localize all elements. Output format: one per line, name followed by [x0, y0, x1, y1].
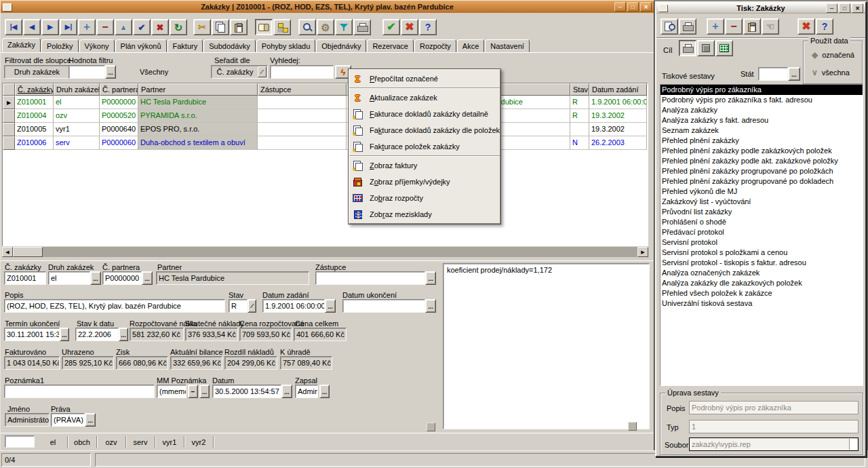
report-item[interactable]: Seznam zakázek	[660, 125, 863, 136]
delete-button[interactable]: −	[96, 19, 114, 35]
tab-Pohyby skladu[interactable]: Pohyby skladu	[256, 39, 316, 52]
report-item[interactable]: Servisní protokol	[660, 237, 863, 248]
cell[interactable]: P0000520	[100, 109, 138, 123]
partner-no-field[interactable]: P0000000	[102, 271, 142, 285]
row-selector[interactable]	[3, 109, 15, 123]
menu-item-5[interactable]: Fakturace položek zakázky	[349, 138, 500, 155]
print-titlebar[interactable]: Tisk: Zakázky ─ □ ✕	[656, 3, 865, 14]
tab-Rezervace[interactable]: Rezervace	[367, 39, 414, 52]
column-header-Partner[interactable]: Partner	[138, 83, 258, 96]
apply-button[interactable]: ☜	[762, 18, 779, 35]
column-header-Druh zakázek[interactable]: Druh zakázek	[54, 83, 100, 96]
nav-prior-button[interactable]: ◀	[23, 19, 41, 35]
state-field[interactable]: R	[229, 299, 248, 313]
cell[interactable]	[258, 109, 347, 123]
row-selector[interactable]	[3, 123, 15, 136]
cell[interactable]: Z010006	[15, 136, 54, 150]
cell[interactable]: Duha-obchod s textilem a obuví	[138, 136, 258, 150]
bottom-filter-input[interactable]	[5, 435, 35, 448]
print-button[interactable]	[679, 18, 696, 35]
menu-item-10[interactable]: Zobraz mezisklady	[349, 206, 500, 222]
report-item[interactable]: Servisní protokol - tiskopis s faktur. a…	[660, 258, 863, 268]
date-finished-ellipsis-button[interactable]: ...	[425, 299, 436, 313]
menu-item-9[interactable]: Zobraz rozpočty	[349, 190, 500, 206]
menu-item-2[interactable]: ΣAktualizace zakázek	[349, 90, 500, 106]
row-selector[interactable]: ▶	[3, 96, 15, 109]
recorded-by-field[interactable]: Admin	[295, 385, 318, 398]
search-input[interactable]	[270, 65, 334, 79]
report-item[interactable]: Analýza zakázky dle zakazkových položek	[660, 278, 863, 288]
column-header-selector[interactable]	[3, 83, 15, 96]
orders-grid[interactable]: Č. zakázkyDruh zakázekČ. partneraPartner…	[2, 83, 648, 246]
report-item[interactable]: Předávací protokol	[660, 227, 863, 237]
cell[interactable]: serv	[54, 136, 100, 150]
tab-Subdodávky[interactable]: Subdodávky	[203, 39, 256, 52]
report-item[interactable]: Přehled plnění zakázky progrupované po d…	[660, 176, 863, 187]
column-header-Stav[interactable]: Stav	[570, 83, 589, 96]
row-selector[interactable]	[3, 136, 15, 150]
paste-button[interactable]	[230, 19, 248, 35]
report-item[interactable]: Prohlášení o shodě	[660, 217, 863, 227]
column-header-Zástupce[interactable]: Zástupce	[258, 83, 347, 96]
column-header-Datum zadání[interactable]: Datum zadání	[589, 83, 647, 96]
deadline-ellipsis-button[interactable]: ...	[60, 328, 69, 341]
radio-option-všechna[interactable]: ∨všechna	[812, 69, 850, 77]
cell[interactable]	[258, 123, 347, 136]
cell[interactable]	[258, 96, 347, 109]
cell[interactable]: R	[570, 96, 589, 109]
help-button[interactable]: ?	[816, 18, 833, 35]
grid-horizontal-scrollbar[interactable]: ◀ ▶	[2, 247, 648, 257]
report-item[interactable]: Přehled výkonů dle MJ	[660, 187, 863, 197]
table-row[interactable]: Z010005vyr1P0000640EPOS PRO, s.r.o.19.3.…	[3, 123, 648, 136]
state-dropdown-icon[interactable]: ⁄	[248, 299, 256, 313]
report-file-side-button[interactable]	[849, 439, 857, 450]
cell[interactable]: 1.9.2001 06:00:00	[589, 96, 647, 109]
cancel-button[interactable]: ✖	[151, 19, 169, 35]
storno-button[interactable]: ✖	[401, 19, 418, 35]
agent-ellipsis-button[interactable]: ...	[425, 271, 436, 285]
tab-Nastavení[interactable]: Nastavení	[485, 39, 530, 52]
sort-dropdown-icon[interactable]: ⁄	[258, 66, 267, 77]
report-list[interactable]: Podrobný výpis pro zákazníkaPodrobný výp…	[660, 84, 863, 386]
cell[interactable]: HC Tesla Pardubice	[138, 96, 258, 109]
report-item[interactable]: Analýza zakázky	[660, 105, 863, 115]
report-item[interactable]: Univerzální tisková sestava	[660, 298, 863, 309]
bottom-tab-serv[interactable]: serv	[126, 436, 155, 448]
recorded-by-ellipsis-button[interactable]: ...	[319, 385, 330, 398]
tab-Akce[interactable]: Akce	[457, 39, 484, 52]
menu-item-0[interactable]: ΣPřepočítat označené	[349, 71, 500, 87]
cell[interactable]: N	[570, 136, 589, 150]
menu-item-3[interactable]: Fakturace dokladů zakázky detailně	[349, 106, 500, 122]
scroll-left-icon[interactable]: ◀	[2, 247, 13, 257]
cell[interactable]: P0000060	[100, 136, 138, 150]
panel-grip[interactable]	[427, 423, 435, 431]
table-row[interactable]: Z010006servP0000060Duha-obchod s textile…	[3, 136, 648, 150]
target-excel-button[interactable]	[715, 40, 733, 56]
report-item[interactable]: Přehled plnění zakázky podle zakázkových…	[660, 146, 863, 156]
report-item[interactable]: Podrobný výpis pro zákazníka	[660, 85, 863, 95]
date-finished-field[interactable]	[342, 299, 425, 313]
post-button[interactable]: ✔	[133, 19, 151, 35]
scrollbar-thumb[interactable]	[13, 247, 43, 257]
report-file-field[interactable]: zakazky\vypis.rep	[689, 437, 859, 451]
tab-Výkony[interactable]: Výkony	[79, 39, 115, 52]
filter-value-input[interactable]	[68, 65, 105, 79]
rights-field[interactable]: (PRÁVA)	[51, 413, 85, 427]
column-header-Č. zakázky[interactable]: Č. zakázky	[15, 83, 54, 96]
close-button[interactable]: ✖	[797, 18, 815, 35]
cell[interactable]: EPOS PRO, s.r.o.	[138, 123, 258, 136]
insert-button[interactable]: +	[78, 19, 96, 35]
cell[interactable]: 19.3.2002	[589, 123, 647, 136]
remove-button[interactable]: −	[725, 18, 743, 35]
tab-Plán výkonů[interactable]: Plán výkonů	[115, 39, 167, 52]
edit-button[interactable]: ▲	[115, 19, 132, 35]
cell[interactable]: Z010001	[15, 96, 54, 109]
bottom-tab-ozv[interactable]: ozv	[97, 436, 126, 448]
target-printer-button[interactable]	[679, 40, 696, 56]
partner-no-ellipsis-button[interactable]: ...	[142, 271, 153, 285]
state-at-date-field[interactable]: 22.2.2006	[75, 328, 119, 341]
filter-column-combo[interactable]: Druh zakázek ⁄	[4, 65, 79, 79]
mm-note-ellipsis-button[interactable]: ...	[199, 385, 210, 398]
book-button[interactable]	[255, 19, 273, 35]
sort-combo[interactable]: Č. zakázky ⁄	[211, 65, 268, 79]
